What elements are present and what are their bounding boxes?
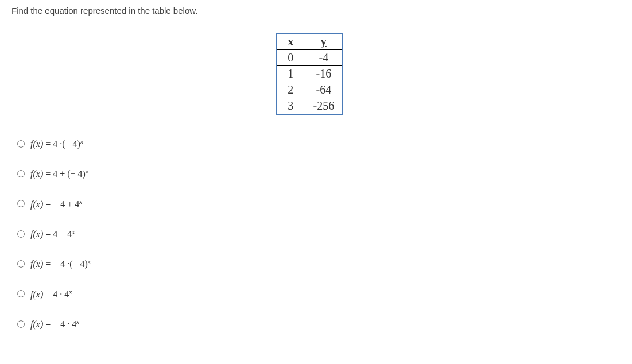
option-5[interactable]: f(x) = − 4 ·(− 4)x <box>11 258 621 269</box>
option-6-radio[interactable] <box>17 290 25 297</box>
option-6[interactable]: f(x) = 4 · 4x <box>11 288 621 300</box>
answer-options: f(x) = 4 ·(− 4)x f(x) = 4 + (− 4)x f(x) … <box>11 138 621 330</box>
table-row: 0 -4 <box>276 50 343 66</box>
option-1-label: f(x) = 4 ·(− 4)x <box>30 138 83 149</box>
table-cell-y: -16 <box>305 66 343 82</box>
table-cell-y: -256 <box>305 98 343 115</box>
option-7-label: f(x) = − 4 · 4x <box>30 318 79 330</box>
option-3[interactable]: f(x) = − 4 + 4x <box>11 198 621 210</box>
option-4-label: f(x) = 4 − 4x <box>30 228 75 239</box>
table-cell-y: -64 <box>305 82 343 98</box>
option-7-radio[interactable] <box>17 320 25 328</box>
option-2-label: f(x) = 4 + (− 4)x <box>30 168 88 179</box>
table-row: 3 -256 <box>276 98 343 115</box>
option-4-radio[interactable] <box>17 230 25 238</box>
table-body: 0 -4 1 -16 2 -64 3 -256 <box>276 50 343 115</box>
table-cell-x: 1 <box>276 66 305 82</box>
option-3-label: f(x) = − 4 + 4x <box>30 198 82 210</box>
table-cell-x: 2 <box>276 82 305 98</box>
table-cell-y: -4 <box>305 50 343 66</box>
table-row: 2 -64 <box>276 82 343 98</box>
option-6-label: f(x) = 4 · 4x <box>30 288 72 300</box>
table-header-x: x <box>276 33 305 50</box>
option-1-radio[interactable] <box>17 140 25 148</box>
data-table: x y 0 -4 1 -16 2 -64 3 -256 <box>276 33 343 115</box>
option-3-radio[interactable] <box>17 200 25 207</box>
option-2[interactable]: f(x) = 4 + (− 4)x <box>11 168 621 179</box>
table-cell-x: 3 <box>276 98 305 115</box>
option-5-label: f(x) = − 4 ·(− 4)x <box>30 258 91 269</box>
option-1[interactable]: f(x) = 4 ·(− 4)x <box>11 138 621 149</box>
table-cell-x: 0 <box>276 50 305 66</box>
table-row: 1 -16 <box>276 66 343 82</box>
option-2-radio[interactable] <box>17 170 25 177</box>
option-5-radio[interactable] <box>17 260 25 268</box>
question-prompt: Find the equation represented in the tab… <box>11 6 621 16</box>
table-header-y: y <box>305 33 343 50</box>
option-7[interactable]: f(x) = − 4 · 4x <box>11 318 621 330</box>
option-4[interactable]: f(x) = 4 − 4x <box>11 228 621 239</box>
data-table-container: x y 0 -4 1 -16 2 -64 3 -256 <box>276 33 621 115</box>
